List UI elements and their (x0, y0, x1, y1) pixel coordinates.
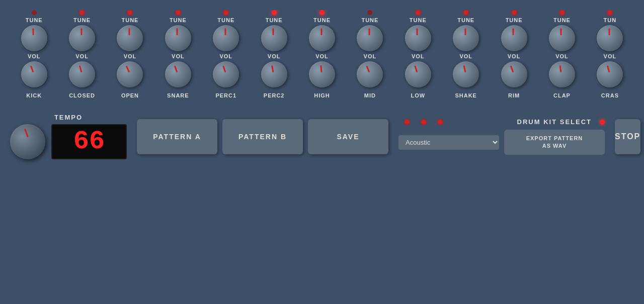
rim-vol-knob[interactable] (501, 61, 527, 87)
tempo-display: 66 (51, 124, 127, 159)
open-tune-knob[interactable] (117, 25, 143, 51)
indicator-1 (405, 120, 410, 125)
kick-tune-label: TUNE (26, 17, 43, 23)
stop-button[interactable]: STOP (615, 119, 640, 154)
shake-tune-led (463, 10, 468, 15)
save-button[interactable]: SAVE (308, 119, 388, 154)
perc2-vol-label: VOL (268, 53, 281, 59)
perc1-vol-label: VOL (219, 53, 232, 59)
shake-vol-knob[interactable] (453, 61, 479, 87)
tempo-section: TEMPO 66 (10, 114, 127, 159)
channel-kick: TUNE VOL KICK (10, 10, 58, 98)
pattern-a-button[interactable]: PATTERN A (137, 119, 217, 154)
channels-strip: TUNE VOL KICK TUNE VOL CLOSED (0, 10, 644, 98)
channel-low: TUNE VOL LOW (394, 10, 442, 98)
closed-tune-label: TUNE (73, 17, 91, 23)
snare-tune-knob[interactable] (165, 25, 191, 51)
tempo-value: 66 (73, 129, 105, 155)
bottom-controls: TEMPO 66 PATTERN A PATTERN B SAVE (0, 104, 644, 164)
low-vol-knob[interactable] (405, 61, 431, 87)
kick-vol-knob[interactable] (21, 61, 47, 87)
closed-vol-knob[interactable] (69, 61, 95, 87)
high-tune-knob[interactable] (309, 25, 335, 51)
channel-high: TUNE VOL HIGH (298, 10, 346, 98)
pattern-buttons: PATTERN A PATTERN B SAVE (137, 119, 388, 154)
shake-tune-label: TUNE (457, 17, 474, 23)
rim-channel-name: RIM (508, 92, 520, 98)
clap-vol-label: VOL (555, 53, 569, 59)
snare-channel-name: SNARE (167, 92, 189, 98)
perc1-tune-led (223, 10, 228, 15)
shake-tune-knob[interactable] (453, 25, 479, 51)
tempo-knob-indicator (24, 129, 28, 138)
mid-vol-label: VOL (364, 53, 377, 59)
clap-channel-name: CLAP (553, 92, 571, 98)
mid-vol-knob[interactable] (357, 61, 383, 87)
channel-rim: TUNE VOL RIM (490, 10, 538, 98)
clap-tune-knob[interactable] (549, 25, 575, 51)
mid-tune-led (367, 10, 372, 15)
mid-tune-knob[interactable] (357, 25, 383, 51)
perc1-vol-knob[interactable] (213, 61, 239, 87)
crash-tune-knob[interactable] (597, 25, 623, 51)
drum-kit-header: DRUM KIT SELECT (398, 118, 605, 126)
closed-vol-label: VOL (75, 53, 89, 59)
channel-mid: TUNE VOL MID (346, 10, 394, 98)
tempo-knob[interactable] (10, 124, 45, 159)
high-vol-knob[interactable] (309, 61, 335, 87)
tempo-label: TEMPO (54, 114, 83, 121)
kick-tune-led (32, 10, 37, 15)
kick-vol-label: VOL (28, 53, 41, 59)
rim-tune-knob[interactable] (501, 25, 527, 51)
crash-channel-name: CRAS (601, 92, 619, 98)
drum-kit-area: DRUM KIT SELECT Acoustic EXPORT PATTERNA… (398, 118, 605, 155)
open-vol-knob[interactable] (117, 61, 143, 87)
drum-kit-dropdown[interactable]: Acoustic (398, 135, 499, 150)
closed-tune-knob[interactable] (69, 25, 95, 51)
kick-tune-knob[interactable] (21, 25, 47, 51)
drum-kit-label: DRUM KIT SELECT (517, 118, 592, 126)
clap-tune-led (559, 10, 565, 15)
channel-clap: TUNE VOL CLAP (538, 10, 586, 98)
perc2-channel-name: PERC2 (264, 92, 285, 98)
drum-kit-controls: Acoustic EXPORT PATTERNAS WAV (398, 130, 605, 155)
channel-snare: TUNE VOL SNARE (154, 10, 202, 98)
low-tune-knob[interactable] (405, 25, 431, 51)
pattern-b-button[interactable]: PATTERN B (222, 119, 303, 154)
channel-open: TUNE VOL OPEN (106, 10, 154, 98)
perc2-vol-knob[interactable] (261, 61, 287, 87)
perc1-tune-knob[interactable] (213, 25, 239, 51)
high-tune-label: TUNE (313, 17, 331, 23)
snare-tune-led (176, 10, 181, 15)
perc2-tune-knob[interactable] (261, 25, 287, 51)
mid-tune-label: TUNE (361, 17, 378, 23)
rim-vol-label: VOL (508, 53, 521, 59)
clap-vol-knob[interactable] (549, 61, 575, 87)
snare-vol-knob[interactable] (165, 61, 191, 87)
low-vol-label: VOL (412, 53, 425, 59)
channel-crash: TUN VOL CRAS (586, 10, 634, 98)
crash-vol-label: VOL (604, 53, 617, 59)
perc1-channel-name: PERC1 (215, 92, 236, 98)
closed-tune-led (79, 10, 85, 15)
low-channel-name: LOW (411, 92, 425, 98)
high-channel-name: HIGH (314, 92, 330, 98)
crash-tune-label: TUN (604, 17, 617, 23)
open-vol-label: VOL (124, 53, 137, 59)
high-tune-led (319, 10, 325, 15)
open-channel-name: OPEN (121, 92, 139, 98)
channel-perc1: TUNE VOL PERC1 (202, 10, 250, 98)
open-tune-led (127, 10, 132, 15)
indicator-3 (438, 120, 443, 125)
mid-channel-name: MID (364, 92, 376, 98)
perc2-tune-label: TUNE (266, 17, 283, 23)
crash-tune-led (607, 10, 612, 15)
channel-shake: TUNE VOL SHAKE (442, 10, 490, 98)
kick-channel-name: KICK (26, 92, 42, 98)
indicators-row (398, 120, 449, 125)
crash-vol-knob[interactable] (597, 61, 623, 87)
export-pattern-button[interactable]: EXPORT PATTERNAS WAV (504, 130, 605, 155)
rim-tune-label: TUNE (506, 17, 523, 23)
tempo-knob-container: 66 (10, 124, 127, 159)
drum-kit-header-left (398, 120, 449, 125)
